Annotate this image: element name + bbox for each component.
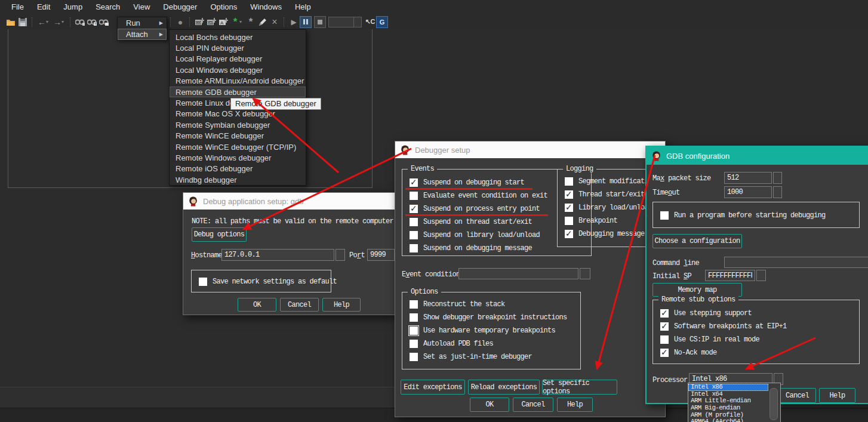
logging-checkbox-row[interactable]: Library load/unload: [565, 203, 652, 212]
cancel-button[interactable]: Cancel: [513, 398, 553, 412]
hostname-spinner[interactable]: [335, 249, 345, 261]
open-file-icon[interactable]: [5, 16, 17, 28]
timeout-input[interactable]: [724, 186, 772, 198]
binoculars-names-icon[interactable]: [74, 16, 86, 28]
checkbox[interactable]: [410, 300, 418, 309]
dialog-titlebar[interactable]: GDB configuration: [647, 147, 868, 165]
logging-checkbox-row[interactable]: Breakpoint: [565, 216, 617, 225]
attach-submenu-item[interactable]: Remote WinCE debugger (TCP/IP): [170, 141, 306, 152]
continue-process-icon[interactable]: ▶: [288, 16, 300, 28]
menu-item[interactable]: Help: [288, 0, 318, 14]
stop-process-icon[interactable]: [314, 16, 326, 28]
attach-submenu-item[interactable]: Remote ARMLinux/Android debugger: [170, 76, 306, 87]
dialog-titlebar[interactable]: Debug application setup: gdb: [183, 193, 395, 210]
checkbox[interactable]: [660, 335, 669, 344]
max-packet-spinner[interactable]: [773, 172, 782, 184]
checkbox[interactable]: [410, 340, 418, 348]
checkbox[interactable]: [660, 349, 669, 357]
dropdown-scrollbar-thumb[interactable]: [769, 388, 778, 420]
delete-icon[interactable]: ×: [269, 16, 281, 28]
checkbox[interactable]: [410, 244, 418, 252]
checkbox[interactable]: [410, 313, 418, 322]
back-history-caret-icon[interactable]: ▾: [46, 19, 51, 24]
edit-exceptions-button[interactable]: Edit exceptions: [401, 380, 465, 395]
logging-checkbox-row[interactable]: Segment modification: [565, 177, 656, 186]
checkbox[interactable]: [410, 353, 418, 361]
timeout-spinner[interactable]: [773, 186, 782, 198]
checkbox[interactable]: [565, 217, 573, 225]
debugger-menu-item[interactable]: Run ▶: [118, 17, 167, 29]
pause-process-icon[interactable]: [300, 16, 312, 28]
max-packet-size-input[interactable]: [724, 172, 772, 184]
segment-caret-icon[interactable]: ▾: [239, 19, 245, 24]
help-button[interactable]: Help: [557, 398, 593, 412]
event-checkbox-row[interactable]: Suspend on process entry point: [410, 204, 540, 213]
event-condition-button[interactable]: [580, 268, 590, 279]
save-icon[interactable]: [17, 16, 29, 28]
checkbox[interactable]: [660, 211, 669, 220]
run-program-checkbox-row[interactable]: Run a program before starting debugging: [660, 211, 826, 220]
event-checkbox-row[interactable]: Suspend on debugging start: [410, 178, 524, 187]
breakpoint-icon[interactable]: ●: [174, 16, 186, 28]
menu-item[interactable]: Search: [89, 0, 127, 14]
event-checkbox-row[interactable]: Suspend on thread start/exit: [410, 217, 532, 226]
attach-submenu-item[interactable]: Remote GDB debugger: [170, 87, 306, 97]
checkbox[interactable]: [565, 204, 573, 212]
memory-map-button[interactable]: Memory map: [652, 283, 742, 297]
command-line-input[interactable]: [724, 257, 868, 268]
checkbox[interactable]: [565, 230, 573, 238]
binoculars-text-icon[interactable]: T: [86, 16, 98, 28]
remote-stub-checkbox-row[interactable]: Use CS:IP in real mode: [660, 335, 759, 344]
event-condition-input[interactable]: [458, 268, 578, 279]
data-view-icon[interactable]: COD: [193, 16, 205, 28]
checkbox[interactable]: [660, 322, 669, 331]
forward-history-caret-icon[interactable]: ▾: [61, 19, 67, 24]
ok-button[interactable]: OK: [470, 398, 509, 412]
save-network-settings-checkbox-row[interactable]: Save network settings as default: [199, 277, 337, 286]
attach-submenu-item[interactable]: Remote iOS debugger: [170, 164, 306, 174]
attach-submenu-item[interactable]: Remote WinCE debugger: [170, 131, 306, 141]
edit-icon[interactable]: [257, 16, 269, 28]
logging-checkbox-row[interactable]: Debugging message: [565, 229, 645, 238]
attach-submenu-item[interactable]: Remote Windows debugger: [170, 152, 306, 163]
gdb-debugger-toggle-icon[interactable]: G: [376, 16, 388, 28]
toolbar-input[interactable]: [328, 17, 362, 27]
attach-submenu-item[interactable]: Local PIN debugger: [170, 42, 306, 53]
menu-item[interactable]: Windows: [244, 0, 288, 14]
initial-sp-input[interactable]: [705, 270, 755, 281]
checkbox[interactable]: [410, 326, 418, 335]
checkbox[interactable]: [410, 205, 418, 213]
remote-stub-checkbox-row[interactable]: No-Ack mode: [660, 348, 717, 357]
attach-pointer-icon[interactable]: ↖C: [364, 16, 376, 28]
hex-view-icon[interactable]: DAT: [205, 16, 217, 28]
menu-item[interactable]: File: [5, 0, 30, 14]
remote-stub-checkbox-row[interactable]: Software breakpoints at EIP+1: [660, 322, 787, 331]
option-checkbox-row[interactable]: Set as just-in-time debugger: [410, 352, 532, 361]
checkbox[interactable]: [410, 192, 418, 200]
help-button[interactable]: Help: [322, 298, 361, 312]
option-checkbox-row[interactable]: Use hardware temporary breakpoints: [410, 326, 555, 335]
dialog-titlebar[interactable]: Debugger setup: [395, 141, 665, 158]
attach-submenu-item[interactable]: Local Windows debugger: [170, 64, 306, 75]
logging-checkbox-row[interactable]: Thread start/exit: [565, 190, 645, 199]
processor-option[interactable]: ARM64 (AArch64): [688, 418, 768, 422]
menu-item[interactable]: Options: [204, 0, 244, 14]
event-checkbox-row[interactable]: Suspend on library load/unload: [410, 230, 540, 239]
attach-submenu-item[interactable]: Remote Mac OS X debugger: [170, 109, 306, 119]
checkbox[interactable]: [565, 190, 573, 199]
initial-sp-button[interactable]: [756, 270, 766, 281]
set-specific-options-button[interactable]: Set specific options: [542, 380, 617, 395]
remote-stub-checkbox-row[interactable]: Use stepping support: [660, 309, 752, 318]
port-input[interactable]: [367, 249, 395, 261]
checkbox[interactable]: [660, 309, 669, 318]
menu-item[interactable]: Edit: [30, 0, 57, 14]
debug-options-button[interactable]: Debug options: [192, 227, 247, 242]
option-checkbox-row[interactable]: Autoload PDB files: [410, 339, 493, 348]
debugger-menu-item[interactable]: Attach ▶: [118, 29, 167, 40]
snowflake-icon[interactable]: *: [245, 16, 257, 28]
menu-item[interactable]: View: [127, 0, 156, 14]
menu-item[interactable]: Jump: [57, 0, 89, 14]
event-checkbox-row[interactable]: Suspend on debugging message: [410, 244, 532, 252]
attach-submenu-item[interactable]: Windbg debugger: [170, 174, 306, 185]
help-button[interactable]: Help: [819, 388, 855, 403]
